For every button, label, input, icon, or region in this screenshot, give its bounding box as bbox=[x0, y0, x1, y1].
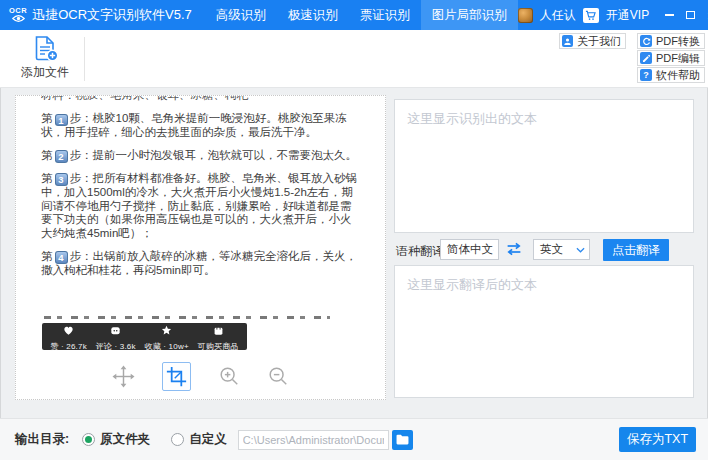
document-steps: 第1步：桃胶10颗、皂角米提前一晚浸泡好。桃胶泡至果冻状，用手捏碎，细心的去挑里… bbox=[41, 112, 360, 278]
swap-languages-button[interactable] bbox=[505, 242, 523, 260]
chevron-down-icon bbox=[576, 247, 585, 253]
tab-高级识别[interactable]: 高级识别 bbox=[205, 0, 277, 30]
app-window: OCR 迅捷OCR文字识别软件V5.7 高级识别极速识别票证识别图片局部识别 人… bbox=[0, 0, 708, 460]
comment-icon bbox=[110, 322, 121, 340]
bag-icon bbox=[213, 322, 224, 340]
step-number-badge: 3 bbox=[55, 173, 68, 186]
step-number-badge: 2 bbox=[55, 150, 68, 163]
target-language-select[interactable]: 英文 bbox=[533, 239, 590, 260]
chevron-down-icon bbox=[493, 247, 494, 253]
mascot-avatar[interactable] bbox=[518, 8, 533, 23]
pdf-edit-icon bbox=[640, 52, 652, 64]
logo-text: OCR bbox=[9, 7, 27, 15]
image-preview-panel[interactable]: 材料：桃胶、皂角米、银耳、冰糖、枸杞 第1步：桃胶10颗、皂角米提前一晚浸泡好。… bbox=[15, 95, 386, 400]
stats-bar: 赞 · 26.7k评论 · 3.6k收藏 · 10w+可购买商品 bbox=[42, 323, 247, 350]
titlebar-tabs: 高级识别极速识别票证识别图片局部识别 bbox=[205, 0, 518, 30]
move-icon bbox=[112, 365, 135, 388]
browse-folder-button[interactable] bbox=[392, 430, 413, 450]
user-icon bbox=[562, 35, 573, 47]
stat-item: 赞 · 26.7k bbox=[50, 322, 86, 352]
titlebar-right: 人任认 开通VIP × bbox=[518, 0, 708, 30]
titlebar: OCR 迅捷OCR文字识别软件V5.7 高级识别极速识别票证识别图片局部识别 人… bbox=[0, 0, 708, 30]
stat-item: 可购买商品 bbox=[198, 322, 239, 352]
step-number-badge: 4 bbox=[55, 251, 68, 264]
minimize-icon bbox=[665, 14, 674, 16]
add-file-label: 添加文件 bbox=[21, 64, 69, 81]
document-text: 材料：桃胶、皂角米、银耳、冰糖、枸杞 第1步：桃胶10颗、皂角米提前一晚浸泡好。… bbox=[16, 96, 385, 278]
recipe-step: 第1步：桃胶10颗、皂角米提前一晚浸泡好。桃胶泡至果冻状，用手捏碎，细心的去挑里… bbox=[41, 112, 360, 140]
window-controls: × bbox=[661, 4, 708, 26]
translate-button[interactable]: 点击翻译 bbox=[603, 239, 669, 261]
crop-icon bbox=[166, 366, 187, 387]
tab-图片局部识别[interactable]: 图片局部识别 bbox=[421, 0, 518, 30]
stat-label: 可购买商品 bbox=[198, 341, 239, 352]
translate-row: 语种翻译: 简体中文 英文 点击翻译 bbox=[394, 238, 694, 262]
recipe-step: 第2步：提前一小时泡发银耳，泡软就可以，不需要泡太久。 bbox=[41, 149, 360, 163]
output-path-input[interactable] bbox=[238, 430, 389, 450]
pdf-convert-icon bbox=[640, 35, 652, 47]
stat-item: 收藏 · 10w+ bbox=[145, 322, 189, 352]
pdf-convert-label: PDF转换 bbox=[656, 34, 700, 49]
heart-icon bbox=[63, 322, 74, 340]
window-title: 迅捷OCR文字识别软件V5.7 bbox=[32, 6, 192, 24]
stat-label: 赞 · 26.7k bbox=[50, 341, 86, 352]
clipped-ingredients-line: 材料：桃胶、皂角米、银耳、冰糖、枸杞 bbox=[41, 96, 360, 103]
save-as-txt-button[interactable]: 保存为TXT bbox=[619, 427, 696, 452]
eye-icon bbox=[12, 14, 25, 23]
cart-icon[interactable] bbox=[583, 8, 599, 23]
output-bar: 输出目录: 原文件夹 自定义 保存为TXT bbox=[0, 418, 708, 460]
source-language-select[interactable]: 简体中文 bbox=[440, 239, 499, 260]
translation-result-textarea[interactable] bbox=[394, 265, 694, 398]
radio-original-folder-label: 原文件夹 bbox=[100, 431, 150, 448]
maximize-button[interactable] bbox=[682, 4, 699, 26]
zoom-in-tool-button[interactable] bbox=[218, 365, 240, 387]
swap-icon bbox=[505, 242, 523, 256]
tab-票证识别[interactable]: 票证识别 bbox=[349, 0, 421, 30]
maximize-icon bbox=[686, 11, 695, 19]
software-help-button[interactable]: ? 软件帮助 bbox=[637, 67, 705, 83]
crop-tool-button[interactable] bbox=[162, 362, 191, 391]
source-language-value: 简体中文 bbox=[447, 242, 493, 257]
help-icon: ? bbox=[640, 69, 652, 81]
vip-label[interactable]: 开通VIP bbox=[606, 7, 649, 24]
radio-custom-label: 自定义 bbox=[189, 431, 227, 448]
ocr-result-textarea[interactable] bbox=[394, 99, 694, 233]
about-us-label: 关于我们 bbox=[577, 34, 621, 49]
preview-toolbar bbox=[16, 357, 385, 395]
star-icon bbox=[161, 322, 172, 340]
about-us-button[interactable]: 关于我们 bbox=[559, 33, 626, 49]
radio-custom[interactable] bbox=[171, 433, 184, 446]
minimize-button[interactable] bbox=[661, 4, 678, 26]
step-number-badge: 1 bbox=[55, 114, 68, 127]
move-tool-button[interactable] bbox=[112, 365, 135, 388]
stat-label: 收藏 · 10w+ bbox=[145, 341, 189, 352]
ocr-eye-logo: OCR bbox=[9, 0, 27, 30]
tab-极速识别[interactable]: 极速识别 bbox=[277, 0, 349, 30]
zoom-out-icon bbox=[267, 365, 289, 387]
zoom-in-icon bbox=[218, 365, 240, 387]
folder-icon bbox=[396, 434, 409, 445]
close-button[interactable]: × bbox=[703, 4, 708, 26]
pdf-convert-button[interactable]: PDF转换 bbox=[637, 33, 705, 49]
stat-label: 评论 · 3.6k bbox=[96, 341, 136, 352]
software-help-label: 软件帮助 bbox=[656, 68, 700, 83]
toolbar-divider bbox=[84, 37, 85, 81]
target-language-value: 英文 bbox=[540, 242, 563, 257]
user-label[interactable]: 人任认 bbox=[540, 7, 576, 24]
stat-item: 评论 · 3.6k bbox=[96, 322, 136, 352]
toolbar: 添加文件 关于我们 PDF转换 PDF编辑 ? 软件帮助 bbox=[0, 30, 708, 88]
radio-selected-dot bbox=[85, 436, 92, 443]
output-directory-label: 输出目录: bbox=[15, 431, 69, 448]
zoom-out-tool-button[interactable] bbox=[267, 365, 289, 387]
clipped-text-line bbox=[44, 316, 330, 321]
pdf-edit-label: PDF编辑 bbox=[656, 51, 700, 66]
add-file-button[interactable]: 添加文件 bbox=[16, 35, 74, 81]
pdf-edit-button[interactable]: PDF编辑 bbox=[637, 50, 705, 66]
document-preview: 材料：桃胶、皂角米、银耳、冰糖、枸杞 第1步：桃胶10颗、皂角米提前一晚浸泡好。… bbox=[16, 96, 385, 399]
recipe-step: 第4步：出锅前放入敲碎的冰糖，等冰糖完全溶化后，关火，撒入枸杞和桂花，再闷5mi… bbox=[41, 250, 360, 278]
recipe-step: 第3步：把所有材料都准备好。桃胶、皂角米、银耳放入砂锅中，加入1500ml的冷水… bbox=[41, 172, 360, 241]
radio-original-folder[interactable] bbox=[82, 433, 95, 446]
add-file-icon bbox=[32, 35, 59, 62]
